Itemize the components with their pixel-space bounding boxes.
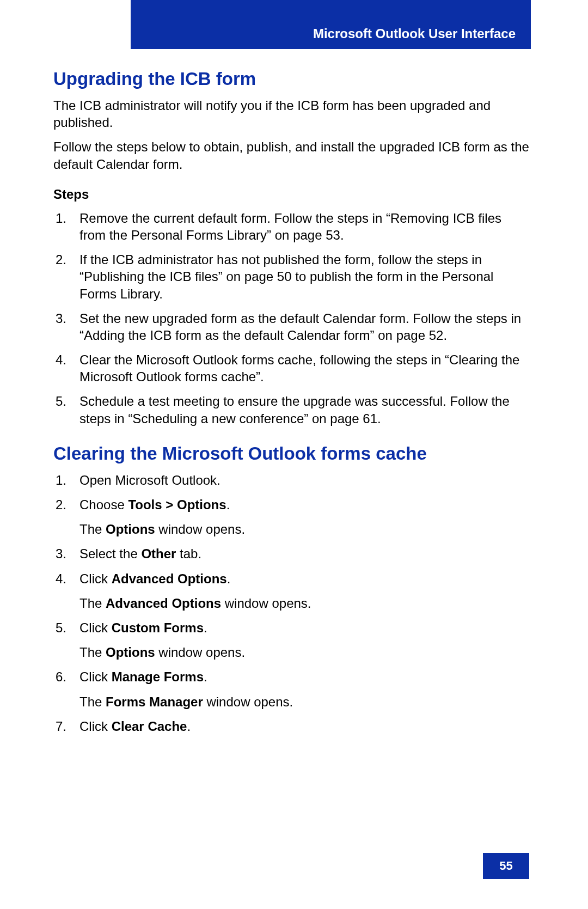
step-text: Choose [79, 497, 128, 512]
step-text: window opens. [155, 522, 245, 536]
list-item: Open Microsoft Outlook. [53, 472, 529, 489]
step-bold: Manage Forms [112, 669, 204, 684]
step-text: . [204, 669, 207, 684]
list-item: Remove the current default form. Follow … [53, 210, 529, 243]
page-number: 55 [483, 853, 529, 879]
header-band: Microsoft Outlook User Interface [131, 0, 531, 49]
steps-list-clearing: Open Microsoft Outlook. Choose Tools > O… [53, 472, 529, 735]
step-text: . [226, 497, 230, 512]
list-item: Click Custom Forms. The Options window o… [53, 619, 529, 661]
sub-step: The Advanced Options window opens. [79, 595, 529, 612]
step-bold: Tools > Options [128, 497, 226, 512]
step-text: The [79, 694, 106, 709]
page-content: Upgrading the ICB form The ICB administr… [53, 59, 529, 742]
paragraph: Follow the steps below to obtain, publis… [53, 138, 529, 172]
list-item: Click Clear Cache. [53, 718, 529, 735]
list-item: Choose Tools > Options. The Options wind… [53, 496, 529, 538]
step-text: . [187, 719, 191, 734]
list-item: If the ICB administrator has not publish… [53, 251, 529, 302]
section-title-clearing: Clearing the Microsoft Outlook forms cac… [53, 443, 529, 464]
steps-label: Steps [53, 187, 529, 202]
step-text: . [227, 571, 231, 586]
header-title: Microsoft Outlook User Interface [313, 26, 516, 41]
sub-step: The Options window opens. [79, 521, 529, 538]
section-title-upgrading: Upgrading the ICB form [53, 69, 529, 89]
step-bold: Advanced Options [112, 571, 227, 586]
step-bold: Advanced Options [106, 596, 221, 611]
step-bold: Clear Cache [112, 719, 187, 734]
step-text: The [79, 645, 106, 660]
step-bold: Custom Forms [112, 620, 204, 635]
step-bold: Other [141, 546, 176, 561]
steps-list-upgrading: Remove the current default form. Follow … [53, 210, 529, 427]
step-text: tab. [176, 546, 201, 561]
sub-step: The Options window opens. [79, 644, 529, 661]
list-item: Click Advanced Options. The Advanced Opt… [53, 570, 529, 612]
step-text: . [204, 620, 207, 635]
step-text: Open Microsoft Outlook. [79, 473, 220, 487]
paragraph: The ICB administrator will notify you if… [53, 97, 529, 131]
step-bold: Forms Manager [106, 694, 203, 709]
list-item: Clear the Microsoft Outlook forms cache,… [53, 351, 529, 385]
step-text: The [79, 596, 106, 611]
page-number-text: 55 [499, 859, 512, 873]
step-text: window opens. [155, 645, 245, 660]
step-bold: Options [106, 645, 155, 660]
step-text: The [79, 522, 106, 536]
step-text: window opens. [221, 596, 311, 611]
step-text: Click [79, 669, 112, 684]
step-text: Click [79, 571, 112, 586]
list-item: Schedule a test meeting to ensure the up… [53, 393, 529, 426]
step-text: window opens. [203, 694, 293, 709]
list-item: Select the Other tab. [53, 545, 529, 562]
list-item: Set the new upgraded form as the default… [53, 310, 529, 344]
sub-step: The Forms Manager window opens. [79, 693, 529, 710]
list-item: Click Manage Forms. The Forms Manager wi… [53, 668, 529, 710]
step-bold: Options [106, 522, 155, 536]
step-text: Select the [79, 546, 141, 561]
step-text: Click [79, 620, 112, 635]
step-text: Click [79, 719, 112, 734]
